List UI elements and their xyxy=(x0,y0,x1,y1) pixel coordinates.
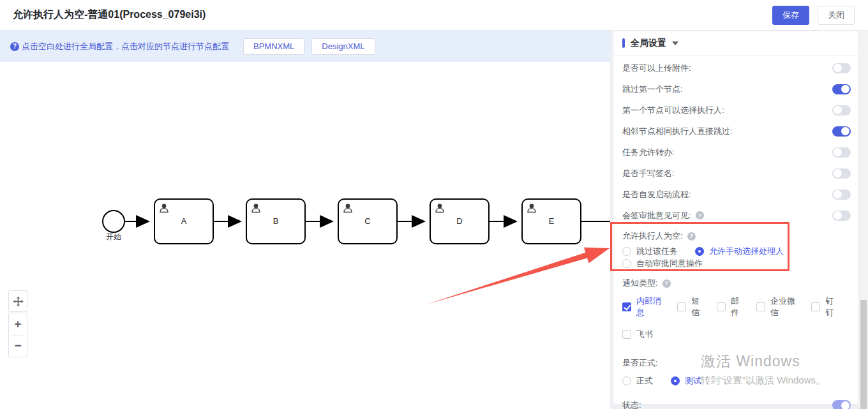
radio-icon xyxy=(622,376,631,385)
toggle-handwritten-signature[interactable] xyxy=(832,168,851,179)
radio-manual-select-handler[interactable]: 允许手动选择处理人 xyxy=(695,246,784,256)
app-header: 允许执行人为空-普通01(Process_079ei3i) 保存 关闭 xyxy=(0,0,868,31)
radio-auto-approve[interactable]: 自动审批同意操作 xyxy=(622,258,851,268)
radio-skip-task[interactable]: 跳过该任务 xyxy=(622,246,695,256)
checkbox-internal-message[interactable]: 内部消息 xyxy=(622,295,666,318)
close-button[interactable]: 关闭 xyxy=(818,6,855,25)
question-icon[interactable] xyxy=(696,211,704,219)
bpmn-canvas[interactable]: 开始 A B xyxy=(0,62,610,409)
vertical-scrollbar[interactable] xyxy=(859,31,868,409)
setting-row-upload-attachment: 是否可以上传附件: xyxy=(622,57,851,78)
radio-icon xyxy=(622,259,631,268)
scrollbar-thumb[interactable] xyxy=(860,300,867,409)
checkbox-icon xyxy=(717,302,726,311)
chevron-down-icon xyxy=(672,41,678,45)
task-label: B xyxy=(273,216,279,226)
start-event-label: 开始 xyxy=(106,232,121,241)
question-icon[interactable] xyxy=(687,232,696,241)
notify-type-section: 通知类型: 内部消息 短信 邮件 企业微信 xyxy=(622,278,851,340)
empty-executor-section: 允许执行人为空: 跳过该任务 允许手动选择处理人 自动审批同意操作 xyxy=(622,230,851,268)
global-settings-panel: 全局设置 是否可以上传附件: 跳过第一个节点: 第一个节点可以选择执行人: 相邻… xyxy=(613,31,859,405)
toggle-skip-first-node[interactable] xyxy=(832,84,851,94)
radio-icon xyxy=(622,247,631,256)
task-node-e[interactable]: E xyxy=(522,199,581,244)
task-label: E xyxy=(549,216,555,226)
page-title: 允许执行人为空-普通01(Process_079ei3i) xyxy=(13,8,206,22)
checkbox-icon xyxy=(677,302,686,311)
setting-row-skip-same-executor: 相邻节点相同执行人直接跳过: xyxy=(622,121,851,142)
setting-row-self-start: 是否自发启动流程: xyxy=(622,184,851,205)
toggle-allow-transfer[interactable] xyxy=(832,147,851,158)
config-hint-text: 点击空白处进行全局配置，点击对应的节点进行节点配置 xyxy=(22,41,229,52)
settings-list: 是否可以上传附件: 跳过第一个节点: 第一个节点可以选择执行人: 相邻节点相同执… xyxy=(613,56,858,409)
setting-row-handwritten-signature: 是否手写签名: xyxy=(622,163,851,184)
zoom-out-button[interactable]: − xyxy=(9,336,27,357)
setting-row-first-node-choose-executor: 第一个节点可以选择执行人: xyxy=(622,100,851,121)
header-actions: 保存 关闭 xyxy=(772,6,855,25)
toggle-self-start[interactable] xyxy=(832,190,851,200)
task-node-b[interactable]: B xyxy=(246,199,305,244)
save-button[interactable]: 保存 xyxy=(772,6,809,25)
start-event-node[interactable]: 开始 xyxy=(103,211,124,241)
radio-formal[interactable]: 正式 xyxy=(622,376,671,385)
checkbox-email[interactable]: 邮件 xyxy=(717,295,745,318)
task-label: D xyxy=(456,216,462,226)
setting-row-skip-first-node: 跳过第一个节点: xyxy=(622,78,851,100)
question-icon[interactable] xyxy=(662,279,671,288)
radio-icon xyxy=(695,247,704,256)
global-settings-header[interactable]: 全局设置 xyxy=(613,31,858,56)
task-label: C xyxy=(364,216,370,226)
checkbox-icon xyxy=(811,302,820,311)
annotation-arrow xyxy=(426,248,610,304)
radio-test[interactable]: 测试 xyxy=(671,376,701,385)
help-icon xyxy=(10,42,19,51)
checkbox-icon xyxy=(622,302,631,311)
radio-icon xyxy=(671,376,680,385)
move-icon xyxy=(13,296,24,307)
checkbox-wechat-work[interactable]: 企业微信 xyxy=(756,295,800,318)
checkbox-sms[interactable]: 短信 xyxy=(677,295,706,318)
checkbox-dingtalk[interactable]: 钉钉 xyxy=(811,295,840,318)
toggle-countersign-visible[interactable] xyxy=(832,211,851,221)
accent-bar xyxy=(622,38,625,48)
designxml-button[interactable]: DesignXML xyxy=(311,38,375,55)
toggle-first-node-choose-executor[interactable] xyxy=(832,105,851,115)
setting-row-allow-transfer: 任务允许转办: xyxy=(622,142,851,163)
status-section: 状态: xyxy=(622,399,851,409)
checkbox-icon xyxy=(756,302,765,311)
info-bar: 点击空白处进行全局配置，点击对应的节点进行节点配置 BPMNXML Design… xyxy=(0,31,610,62)
panel-title: 全局设置 xyxy=(631,38,666,49)
checkbox-icon xyxy=(622,330,631,339)
toggle-upload-attachment[interactable] xyxy=(832,63,851,73)
pan-tool-button[interactable] xyxy=(8,290,27,312)
zoom-in-button[interactable]: + xyxy=(9,313,27,335)
toggle-skip-same-executor[interactable] xyxy=(832,126,851,137)
zoom-controls: + − xyxy=(8,313,27,357)
setting-row-countersign-visible: 会签审批意见可见: xyxy=(622,205,851,226)
formal-section: 是否正式: 正式 测试 xyxy=(622,357,851,385)
task-node-c[interactable]: C xyxy=(338,199,397,244)
bpmnxml-button[interactable]: BPMNXML xyxy=(243,38,304,55)
checkbox-feishu[interactable]: 飞书 xyxy=(622,329,653,340)
task-node-a[interactable]: A xyxy=(154,199,213,244)
task-node-d[interactable]: D xyxy=(430,199,489,244)
toggle-status[interactable] xyxy=(832,400,851,409)
task-label: A xyxy=(181,216,187,226)
